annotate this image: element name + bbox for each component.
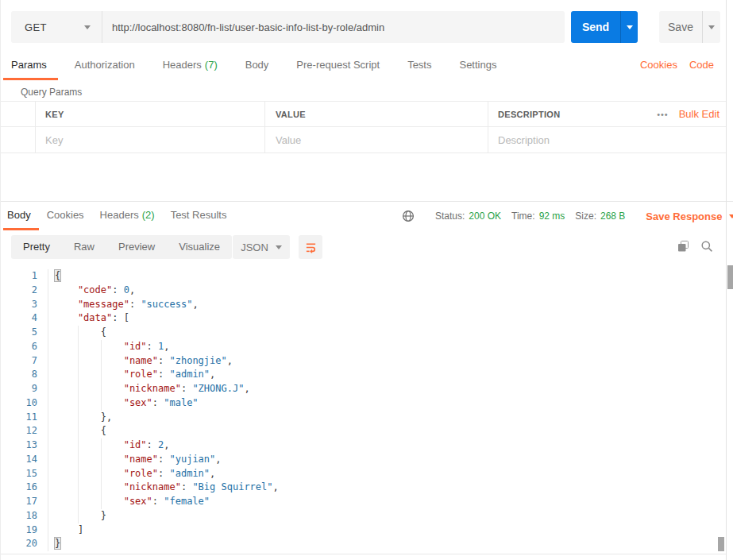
indent-guide [55,467,78,481]
horizontal-scrollbar-thumb[interactable] [718,537,724,551]
line-content: { [48,269,60,284]
value-column-label: VALUE [276,110,306,119]
indent-guide [78,453,101,467]
json-key: "code" [78,284,112,295]
indent-guide [101,354,124,369]
line-content: "sex": "male" [48,396,199,411]
json-key: "name" [124,454,158,465]
indent-guide [101,453,124,467]
chevron-down-icon [729,214,733,218]
tab-label: Settings [459,59,496,71]
save-button[interactable]: Save [659,11,720,43]
save-options-dropdown[interactable] [702,11,720,43]
indent-guide [55,453,78,467]
line-number: 3 [1,298,48,312]
indent-guide [55,326,78,340]
response-tab-headers[interactable]: Headers(2) [100,203,155,230]
key-column-header: KEY [35,102,264,126]
save-button-label[interactable]: Save [659,11,702,43]
code-link[interactable]: Code [689,59,714,71]
wrap-text-button[interactable] [299,235,322,259]
cookies-link[interactable]: Cookies [640,59,677,71]
json-punct: : [147,341,158,352]
send-button-label[interactable]: Send [571,11,620,43]
json-punct: , [164,439,169,450]
indent-guide [101,467,124,481]
param-key-input[interactable] [45,134,253,146]
tab-pre-request-script[interactable]: Pre-request Script [296,54,380,80]
more-actions-icon[interactable]: ••• [657,110,669,119]
code-line: 2"code": 0, [1,284,726,298]
param-value-input[interactable] [276,134,477,146]
http-method-label: GET [25,21,84,33]
status-label: Status: [435,210,465,222]
tab-params[interactable]: Params [11,54,47,80]
line-number: 5 [1,326,48,340]
vertical-scrollbar-thumb[interactable] [727,265,733,289]
code-line: 18} [1,509,726,523]
line-content: "code": 0, [48,284,135,298]
response-tabs: BodyCookiesHeaders(2)Test Results [7,203,242,230]
bulk-edit-link[interactable]: Bulk Edit [679,108,719,120]
description-column-label: DESCRIPTION [498,110,560,119]
params-input-row [1,127,726,153]
code-line: 17"sex": "female" [1,495,726,509]
http-method-select[interactable]: GET [11,11,102,43]
param-description-input[interactable] [498,134,715,146]
tab-tests[interactable]: Tests [407,54,431,80]
response-tab-test-results[interactable]: Test Results [171,203,227,230]
tab-label: Test Results [171,209,227,221]
response-tab-body[interactable]: Body [7,203,31,230]
json-value: "ZHONG.J" [192,383,244,394]
tab-label: Headers [163,59,202,71]
pane-divider [1,201,733,202]
line-number: 20 [1,537,48,551]
request-url-input[interactable] [102,11,565,43]
view-preview[interactable]: Preview [106,235,167,259]
json-punct: } [101,510,106,521]
code-line: 6"id": 1, [1,340,726,354]
json-brace-highlight: } [55,538,60,549]
json-punct: , [227,355,233,366]
response-format-select[interactable]: JSON [233,235,290,259]
response-tab-cookies[interactable]: Cookies [47,203,84,230]
send-button[interactable]: Send [571,11,638,43]
view-raw[interactable]: Raw [62,235,106,259]
indent-guide [78,396,101,411]
search-icon[interactable] [700,240,713,253]
indent-guide [101,481,124,495]
json-punct: { [101,425,106,436]
line-number: 12 [1,424,48,438]
line-number: 7 [1,354,48,369]
row-select-cell [1,127,35,153]
line-number: 6 [1,340,48,354]
json-punct: : [181,481,192,492]
tab-body[interactable]: Body [245,54,269,80]
indent-guide [55,396,78,411]
line-content: }, [48,411,112,425]
json-key: "data" [78,312,112,323]
tab-authorization[interactable]: Authorization [75,54,135,80]
line-number: 2 [1,284,48,298]
code-line: 15"role": "admin", [1,467,726,481]
json-punct: { [101,326,106,338]
tab-settings[interactable]: Settings [459,54,496,80]
indent-guide [55,368,78,382]
size-value: 268 B [600,210,625,222]
save-response-button[interactable]: Save Response [646,210,733,222]
tab-headers[interactable]: Headers(7) [163,54,218,80]
indent-guide [78,481,101,495]
postman-request-window: GET Send Save ParamsAuthorizationHeaders… [0,0,733,560]
tab-label: Body [245,59,269,71]
code-line: 1{ [1,269,726,284]
indent-guide [78,326,101,340]
params-header-actions: ••• Bulk Edit [644,102,726,126]
copy-icon[interactable] [677,240,689,253]
response-body-editor[interactable]: 1{2"code": 0,3"message": "success",4"dat… [1,266,726,554]
indent-guide [55,340,78,354]
view-visualize[interactable]: Visualize [167,235,232,259]
send-options-dropdown[interactable] [620,11,638,43]
view-pretty[interactable]: Pretty [11,235,62,259]
indent-guide [55,298,78,312]
line-content: "sex": "female" [48,495,210,509]
